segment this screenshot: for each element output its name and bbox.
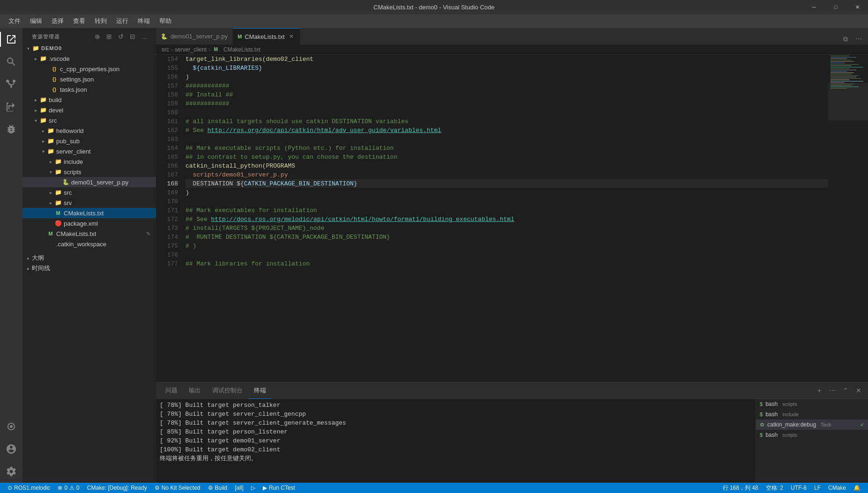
terminal-session-bash-scripts2[interactable]: $ bash scripts bbox=[756, 430, 868, 440]
menu-run[interactable]: 运行 bbox=[111, 15, 133, 27]
new-folder-icon[interactable]: ⊞ bbox=[104, 32, 114, 41]
panel-maximize-icon[interactable]: ⌃ bbox=[840, 385, 851, 396]
code-line-165: ## in contrast to setup.py, you can choo… bbox=[185, 153, 828, 162]
tree-item-cmake-sc[interactable]: M CMakeLists.txt bbox=[22, 208, 156, 218]
tree-item-scripts[interactable]: ▾ 📁 scripts bbox=[22, 167, 156, 177]
tree-item-timeline[interactable]: ▸ 时间线 bbox=[22, 263, 156, 273]
tab-close-cmake[interactable]: ✕ bbox=[288, 33, 295, 40]
tree-item-demo0[interactable]: ▾ 📁 DEMO0 bbox=[22, 43, 156, 53]
menu-select[interactable]: 选择 bbox=[47, 15, 68, 27]
tree-item-catkin-workspace[interactable]: · .catkin_workspace bbox=[22, 239, 156, 249]
menu-file[interactable]: 文件 bbox=[4, 15, 25, 27]
status-notifications[interactable]: 🔔 bbox=[850, 483, 864, 493]
menu-view[interactable]: 查看 bbox=[68, 15, 90, 27]
code-content[interactable]: target_link_libraries(demo02_client ${ca… bbox=[182, 55, 828, 382]
panel-tab-debug-console[interactable]: 调试控制台 bbox=[207, 383, 248, 399]
terminal-session-bash-scripts[interactable]: $ bash scripts bbox=[756, 399, 868, 409]
tree-label-server-client: server_client bbox=[56, 148, 91, 155]
search-activity-icon[interactable] bbox=[0, 51, 22, 73]
tree-item-server-client[interactable]: ▾ 📁 server_client bbox=[22, 146, 156, 156]
breadcrumb-server-client[interactable]: server_client bbox=[175, 46, 207, 53]
tree-item-src[interactable]: ▾ 📁 src bbox=[22, 115, 156, 125]
code-line-171: ## Mark executables for installation bbox=[185, 206, 828, 215]
menu-terminal[interactable]: 终端 bbox=[133, 15, 155, 27]
tree-item-package-xml[interactable]: 🔴 package.xml bbox=[22, 218, 156, 228]
status-build[interactable]: ⚙ Build bbox=[204, 483, 231, 493]
tree-label-cmake-root: CMakeLists.txt bbox=[56, 230, 96, 237]
status-remote[interactable]: ⊙ ROS1.melodic bbox=[4, 483, 54, 493]
status-run-ctest[interactable]: ▶ Run CTest bbox=[259, 483, 299, 493]
tree-item-tasks-json[interactable]: {} tasks.json bbox=[22, 84, 156, 95]
more-icon[interactable]: … bbox=[140, 32, 150, 41]
status-errors[interactable]: ⊗ 0 ⚠ 0 bbox=[54, 483, 83, 493]
menu-help[interactable]: 帮助 bbox=[155, 15, 176, 27]
terminal-session-catkin-debug[interactable]: ⚙ catkin_make:debug Task ✓ bbox=[756, 419, 868, 430]
status-language[interactable]: CMake bbox=[824, 483, 850, 493]
panel-more-icon[interactable]: ⋯ bbox=[827, 385, 838, 396]
panel-add-icon[interactable]: + bbox=[814, 385, 825, 396]
menu-goto[interactable]: 转到 bbox=[90, 15, 111, 27]
tree-item-helloworld[interactable]: ▸ 📁 helloworld bbox=[22, 125, 156, 136]
svg-rect-9 bbox=[831, 66, 852, 66]
tree-arrow-src2: ▸ bbox=[47, 189, 54, 196]
tree-item-devel[interactable]: ▸ 📁 devel bbox=[22, 105, 156, 115]
bash-include-label: bash bbox=[765, 411, 778, 418]
status-all[interactable]: [all] bbox=[231, 483, 247, 493]
tab-server-py[interactable]: 🐍 demo01_server_p.py bbox=[156, 28, 233, 44]
source-control-icon[interactable] bbox=[0, 73, 22, 96]
terminal-content[interactable]: [ 78%] Built target person_talker [ 78%]… bbox=[156, 399, 756, 483]
split-editor-icon[interactable]: ⧉ bbox=[840, 33, 851, 44]
run-debug-icon[interactable] bbox=[0, 96, 22, 118]
remote-icon[interactable] bbox=[0, 415, 22, 438]
account-icon[interactable] bbox=[0, 438, 22, 460]
status-run-icon[interactable]: ▷ bbox=[247, 483, 259, 493]
tree-item-settings-json[interactable]: {} settings.json bbox=[22, 74, 156, 84]
terminal-session-bash-include[interactable]: $ bash include bbox=[756, 409, 868, 419]
panel-close-icon[interactable]: ✕ bbox=[853, 385, 864, 396]
panel-tab-problems[interactable]: 问题 bbox=[160, 383, 183, 399]
maximize-button[interactable]: □ bbox=[825, 0, 846, 14]
code-line-158: ## Install ## bbox=[185, 90, 828, 99]
refresh-icon[interactable]: ↺ bbox=[116, 32, 126, 41]
panel-tab-terminal[interactable]: 终端 bbox=[248, 383, 272, 399]
status-line-col[interactable]: 行 168，列 48 bbox=[719, 483, 762, 493]
warning-count: 0 bbox=[76, 485, 80, 491]
extensions-icon[interactable] bbox=[0, 118, 22, 140]
tab-cmakelists[interactable]: M CMakeLists.txt ✕ bbox=[233, 28, 300, 44]
tree-item-vscode[interactable]: ▸ 📁 .vscode bbox=[22, 53, 156, 64]
run-icon: ▷ bbox=[251, 485, 255, 491]
status-no-kit[interactable]: ⚙ No Kit Selected bbox=[151, 483, 204, 493]
tree-item-pub-sub[interactable]: ▸ 📁 pub_sub bbox=[22, 136, 156, 146]
folder-icon-helloworld: 📁 bbox=[47, 127, 54, 134]
tree-item-srv[interactable]: ▸ 📁 srv bbox=[22, 198, 156, 208]
menu-edit[interactable]: 编辑 bbox=[25, 15, 47, 27]
status-eol[interactable]: LF bbox=[810, 483, 824, 493]
explorer-icon[interactable] bbox=[0, 28, 22, 51]
status-cmake[interactable]: CMake: [Debug]: Ready bbox=[83, 483, 151, 493]
tree-item-cmake-root[interactable]: M CMakeLists.txt ✎ bbox=[22, 228, 156, 239]
breadcrumb-src[interactable]: src bbox=[162, 46, 169, 53]
svg-rect-21 bbox=[831, 82, 845, 83]
tab-bar: 🐍 demo01_server_p.py M CMakeLists.txt ✕ … bbox=[156, 28, 868, 44]
status-encoding[interactable]: UTF-8 bbox=[787, 483, 810, 493]
tree-item-cpp-props[interactable]: {} c_cpp_properties.json bbox=[22, 64, 156, 74]
tree-item-build[interactable]: ▸ 📁 build bbox=[22, 95, 156, 105]
tree-arrow-demo01 bbox=[54, 178, 62, 186]
collapse-icon[interactable]: ⊟ bbox=[128, 32, 138, 41]
code-line-166: catkin_install_python(PROGRAMS bbox=[185, 162, 828, 170]
close-button[interactable]: ✕ bbox=[846, 0, 868, 14]
tree-item-outline[interactable]: ▸ 大纲 bbox=[22, 253, 156, 263]
more-actions-icon[interactable]: ⋯ bbox=[853, 33, 864, 44]
tree-item-src2[interactable]: ▸ 📁 src bbox=[22, 187, 156, 198]
activity-bottom bbox=[0, 415, 22, 483]
breadcrumb-cmake[interactable]: CMakeLists.txt bbox=[223, 46, 260, 53]
sidebar-header: 资源管理器 ⊕ ⊞ ↺ ⊟ … bbox=[22, 28, 156, 43]
panel-tab-output[interactable]: 输出 bbox=[183, 383, 207, 399]
tree-item-include[interactable]: ▸ 📁 include bbox=[22, 156, 156, 167]
tree-item-demo01-server-py[interactable]: 🐍 demo01_server_p.py bbox=[22, 177, 156, 187]
new-file-icon[interactable]: ⊕ bbox=[93, 32, 103, 41]
tab-icon-server-py: 🐍 bbox=[161, 33, 168, 40]
status-spaces[interactable]: 空格: 2 bbox=[762, 483, 787, 493]
settings-icon[interactable] bbox=[0, 460, 22, 483]
minimize-button[interactable]: ─ bbox=[803, 0, 825, 14]
